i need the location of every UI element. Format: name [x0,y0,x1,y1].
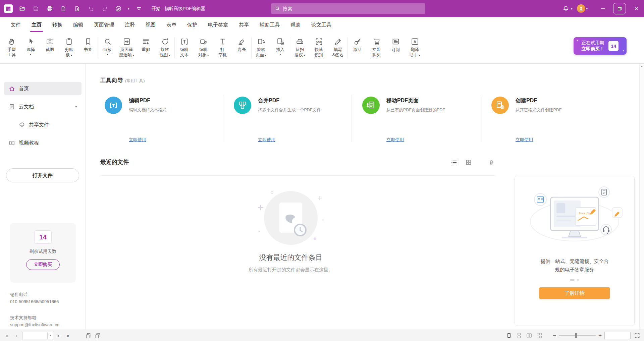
close-button[interactable]: ✕ [629,0,644,17]
ribbon-rotate-view[interactable]: 旋转 视图 ▾ [155,33,174,64]
sidebar-item-shared-files[interactable]: 共享文件 [4,118,82,131]
undo-icon[interactable] [87,4,95,13]
restore-button[interactable] [613,3,626,14]
ribbon-activate[interactable]: 激活 [348,33,367,64]
buy-now-button[interactable]: 立即购买 [26,259,60,270]
next-page-button[interactable]: › [55,332,62,339]
use-now-link[interactable]: 立即使用 [258,137,321,143]
save-icon[interactable] [32,4,40,13]
copy-pages-icon[interactable] [94,332,101,339]
sign-tools-caret-icon[interactable]: ▾ [128,7,129,10]
ribbon-insert[interactable]: 插入 ▾ [271,33,290,64]
export-pdf-icon[interactable] [59,4,68,13]
menu-paper-tools[interactable]: 论文工具 [306,17,337,33]
ribbon-snapshot[interactable]: 截图 [40,33,59,64]
zoom-slider-thumb[interactable] [575,333,577,338]
card-merge-pdf[interactable]: 合并PDF 将多个文件合并生成一个PDF文件 立即使用 [223,92,352,148]
zoom-level-box[interactable] [604,332,631,339]
ribbon-typewriter[interactable]: 打 字机 [213,33,232,64]
print-icon[interactable] [45,4,54,13]
scroll-up-arrow-icon[interactable]: ▲ [641,65,643,330]
search-box[interactable] [271,3,425,14]
ribbon-buy-now[interactable]: 立即 购买 [367,33,386,64]
previous-page-button[interactable]: ‹ [13,332,20,339]
ribbon-subscribe[interactable]: 订阅 [386,33,405,64]
ribbon-hand-tool[interactable]: 手型 工具 [2,33,21,64]
ribbon-from-scanner[interactable]: 从扫 描仪 ▾ [290,33,309,64]
zoom-in-button[interactable]: + [598,333,602,338]
ribbon-quick-ocr[interactable]: OCR 快速 识别 [309,33,328,64]
ribbon-bookmark[interactable]: 书签 [78,33,98,64]
menu-file[interactable]: 文件 [5,17,26,33]
sidebar-item-video-tutorials[interactable]: 视频教程 [4,136,82,150]
use-now-link[interactable]: 立即使用 [129,137,167,143]
page-dropdown-icon[interactable]: ▾ [47,332,53,339]
sidebar-item-cloud-docs[interactable]: 云文档 ▾ [4,100,82,113]
open-file-button[interactable]: 打开文件 [6,168,79,182]
ribbon-zoom[interactable]: 缩放 ▾ [98,33,117,64]
ribbon-reflow[interactable]: 重排 [136,33,155,64]
page-number-box[interactable]: ▾ [22,332,53,339]
ribbon-fill-sign[interactable]: 填写 &签名 [328,33,347,64]
fullscreen-icon[interactable] [633,332,641,339]
continuous-view-icon[interactable] [515,332,523,339]
menu-page-management[interactable]: 页面管理 [89,17,119,33]
sidebar-item-home[interactable]: 首页 [4,82,82,95]
trial-buy-badge[interactable]: ✦ ✦ 正在试用期 立即购买！ 14 [574,37,627,55]
menu-comment[interactable]: 注释 [119,17,140,33]
vertical-scrollbar[interactable]: ▲ [639,64,644,330]
ribbon-clipboard[interactable]: 剪贴 板 ▾ [59,33,78,64]
zoom-out-button[interactable]: − [553,333,556,338]
ribbon-translate[interactable]: A 翻译 助手 ▾ [405,33,424,64]
menu-help[interactable]: 帮助 [285,17,306,33]
menu-convert[interactable]: 转换 [47,17,68,33]
account-caret-icon[interactable]: ▾ [586,7,588,10]
facing-view-icon[interactable] [525,332,533,339]
single-page-view-icon[interactable] [505,332,513,339]
zoom-slider[interactable] [559,335,596,336]
cloud-docs-caret-icon[interactable]: ▾ [75,105,77,108]
zoom-level-input[interactable] [605,332,630,339]
first-page-button[interactable]: « [3,332,11,339]
menu-edit[interactable]: 编辑 [68,17,89,33]
last-page-button[interactable]: » [64,332,72,339]
snapshot-pages-icon[interactable] [85,332,92,339]
pagination-dot-active[interactable] [570,279,575,281]
use-now-link[interactable]: 立即使用 [386,137,445,143]
notifications-caret-icon[interactable]: ▾ [571,7,573,10]
card-edit-pdf[interactable]: 编辑PDF 编辑文档和文本格式 立即使用 [101,92,223,148]
use-now-link[interactable]: 立即使用 [516,137,562,143]
ribbon-highlight[interactable]: 高亮 [232,33,251,64]
ribbon-edit-object[interactable]: 编辑 对象 ▾ [194,33,213,64]
card-create-pdf[interactable]: 创建PDF 从其它格式文件创建PDF 立即使用 [481,92,635,148]
sign-tools-icon[interactable] [114,4,123,13]
grid-view-icon[interactable] [465,158,473,166]
minimize-button[interactable] [595,0,610,17]
menu-protect[interactable]: 保护 [182,17,203,33]
menu-accessibility[interactable]: 辅助工具 [254,17,285,33]
facing-continuous-view-icon[interactable] [535,332,543,339]
ribbon-rotate-pages[interactable]: 旋转 页面 ▾ [252,33,271,64]
open-folder-icon[interactable] [18,4,26,13]
notifications-bell-icon[interactable] [561,4,570,13]
redo-icon[interactable] [100,4,109,13]
promo-pagination[interactable] [570,279,579,281]
trash-icon[interactable] [487,158,495,166]
support-email-link[interactable]: support@foxitsoftware.cn [10,321,59,328]
menu-view[interactable]: 视图 [140,17,161,33]
page-number-input[interactable] [22,332,47,339]
collapse-ribbon-icon[interactable] [135,4,143,13]
list-view-icon[interactable] [450,158,458,166]
pagination-dot[interactable] [577,279,579,281]
menu-esign[interactable]: 电子签章 [203,17,233,33]
user-avatar[interactable] [577,4,585,13]
ribbon-select[interactable]: 选择 ▾ [21,33,40,64]
share-file-icon[interactable] [73,4,82,13]
ribbon-edit-text[interactable]: 编辑 文本 [175,33,194,64]
ribbon-fit-options[interactable]: 页面适 应选项 ▾ [117,33,136,64]
search-input[interactable] [283,6,421,11]
card-move-pdf-pages[interactable]: 移动PDF页面 从已有的PDF页面创建新的PDF 立即使用 [352,92,481,148]
learn-more-button[interactable]: 了解详情 [539,287,610,299]
menu-form[interactable]: 表单 [161,17,182,33]
menu-home[interactable]: 主页 [26,17,47,33]
